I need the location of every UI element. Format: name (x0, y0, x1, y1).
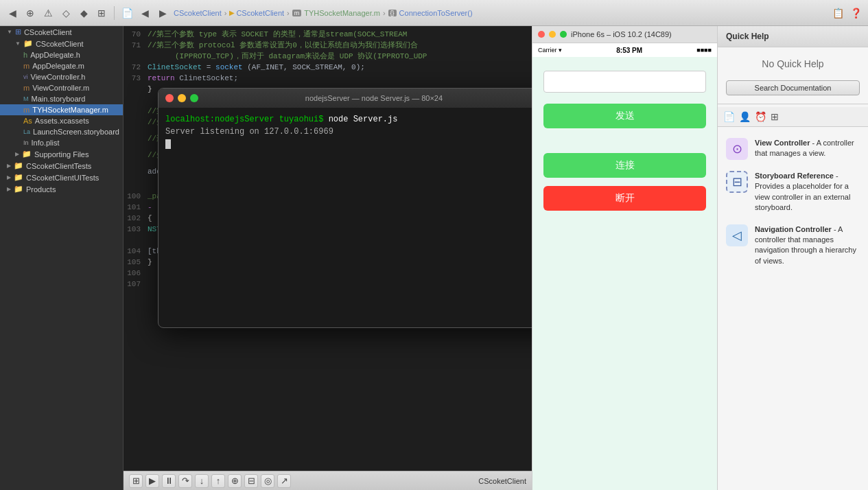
sidebar-item-products[interactable]: ▶ 📁 Products (0, 183, 123, 195)
quick-help-no-help: No Quick Help (718, 47, 868, 80)
code-editor[interactable]: 70 //第三个参数 type 表示 SOCKET 的类型，通常是stream(… (124, 26, 532, 490)
folder-icon: ▶ (229, 9, 235, 16)
sidebar-label-appdelegate-h: AppDelegate.h (30, 51, 80, 59)
sidebar-item-assets[interactable]: As Assets.xcassets (0, 115, 123, 126)
breadcrumb-folder[interactable]: CScoketClient (236, 9, 284, 17)
sim-connect-button[interactable]: 连接 (543, 153, 706, 178)
sidebar-item-main-storyboard[interactable]: M Main.storyboard (0, 93, 123, 104)
step-over-icon[interactable]: ↷ (178, 474, 192, 488)
search-documentation-button[interactable]: Search Documentation (726, 80, 860, 95)
sidebar-item-supporting[interactable]: ▶ 📁 Supporting Files (0, 148, 123, 160)
breakpoint-nav-icon[interactable]: ⊕ (228, 474, 242, 488)
qh-grid-icon[interactable]: ⊞ (771, 111, 779, 122)
qh-person-icon[interactable]: 👤 (739, 111, 751, 122)
step-into-icon[interactable]: ↓ (195, 474, 209, 488)
type-badge-m: m (292, 10, 302, 16)
grid-icon[interactable]: ⊞ (95, 6, 108, 20)
sidebar-item-project[interactable]: ▼ ⊞ CScoketClient (0, 26, 123, 38)
qh-clock-icon[interactable]: ⏰ (755, 111, 766, 122)
code-line-70: 70 //第三个参数 type 表示 SOCKET 的类型，通常是stream(… (124, 29, 532, 40)
editor-mode-icon[interactable]: ⊞ (129, 474, 143, 488)
quick-help-items: ⊙ View Controller - A controller that ma… (718, 127, 868, 490)
sim-max-dot[interactable] (560, 31, 567, 38)
sidebar-item-viewcontroller-h[interactable]: vi ViewController.h (0, 71, 123, 82)
sidebar-label-tests: CScoketClientTests (26, 162, 91, 170)
file-icon-h1: h (23, 51, 27, 59)
nav-forward[interactable]: ▶ (156, 6, 169, 20)
folder-icon-assets: As (23, 117, 32, 125)
location-icon[interactable]: ◎ (261, 474, 274, 488)
sidebar-item-info-plist[interactable]: In Info.plist (0, 137, 123, 148)
sidebar-label-info: Info.plist (32, 139, 60, 147)
sim-carrier: Carrier ▾ (538, 47, 562, 54)
bottom-toolbar: ⊞ ▶ ⏸ ↷ ↓ ↑ ⊕ ⊟ ◎ ↗ CScoketClient (124, 471, 532, 490)
qh-item-navigation-controller: ◁ Navigation Controller - A controller t… (718, 219, 868, 272)
toolbar-right: 📋 ❓ (831, 6, 863, 20)
sidebar-item-appdelegate-m[interactable]: m AppDelegate.m (0, 60, 123, 71)
help-icon[interactable]: ❓ (849, 6, 863, 20)
file-icon-m1: m (23, 62, 30, 70)
sidebar-item-uitests[interactable]: ▶ 📁 CScoketClientUITests (0, 172, 123, 183)
terminal-command: node Server.js (329, 115, 398, 124)
terminal-window[interactable]: nodejsServer — node Server.js — 80×24 ⊡ … (158, 88, 532, 328)
triangle-icon-2: ▼ (15, 40, 21, 47)
sidebar-item-tests[interactable]: ▶ 📁 CScoketClientTests (0, 160, 123, 172)
sidebar-label-products: Products (26, 185, 56, 194)
breakpoint-icon[interactable]: ◆ (77, 6, 91, 20)
breadcrumb-func[interactable]: ConnectionToServer() (399, 9, 473, 17)
file-icon-vi: vi (23, 73, 28, 80)
sidebar-item-appdelegate-h[interactable]: h AppDelegate.h (0, 49, 123, 60)
sidebar-item-folder-main[interactable]: ▼ 📁 CScoketClient (0, 38, 123, 49)
terminal-maximize-button[interactable] (190, 94, 198, 102)
open-quickly[interactable]: ⊕ (23, 6, 37, 20)
terminal-title: nodejsServer — node Server.js — 80×24 (202, 94, 532, 102)
sim-disconnect-button[interactable]: 断开 (543, 186, 706, 211)
sim-text-input[interactable] (543, 71, 706, 93)
terminal-prompt-line: localhost:nodejsServer tuyaohui$ node Se… (165, 113, 532, 126)
sidebar-label-assets: Assets.xcassets (35, 117, 89, 125)
share-icon[interactable]: ↗ (277, 474, 291, 488)
bookmark-icon[interactable]: ◇ (59, 6, 73, 20)
triangle-icon-5: ▶ (7, 174, 11, 180)
sim-close-dot[interactable] (538, 31, 545, 38)
folder-icon-tests: 📁 (14, 161, 23, 170)
terminal-close-button[interactable] (165, 94, 174, 102)
breadcrumb-file[interactable]: TYHSocketManager.m (304, 9, 380, 17)
qh-doc-icon[interactable]: 📄 (723, 111, 735, 122)
terminal-minimize-button[interactable] (178, 94, 186, 102)
quick-help-panel: Quick Help No Quick Help Search Document… (717, 26, 868, 490)
qh-nc-icon: ◁ (726, 224, 748, 246)
sim-send-button[interactable]: 发送 (543, 104, 706, 128)
folder-icon-main: 📁 (23, 39, 33, 48)
sidebar-label-project: CScoketClient (24, 28, 72, 36)
sidebar-label-tyh: TYHSocketManager.m (32, 106, 108, 114)
back-button[interactable]: ◀ (5, 6, 19, 20)
sidebar-item-viewcontroller-m[interactable]: m ViewController.m (0, 82, 123, 93)
split-icon[interactable]: ⊟ (244, 474, 258, 488)
project-icon: ⊞ (15, 27, 21, 36)
sidebar-item-launch-story[interactable]: La LaunchScreen.storyboard (0, 126, 123, 137)
breadcrumb-project[interactable]: CScoketClient (174, 9, 222, 17)
separator-1 (114, 6, 115, 20)
pause-icon[interactable]: ⏸ (162, 474, 176, 488)
type-badge-func: {} (388, 10, 397, 16)
quick-help-header: Quick Help (718, 26, 868, 47)
nav-back[interactable]: ◀ (138, 6, 152, 20)
simulator-header: iPhone 6s – iOS 10.2 (14C89) (532, 26, 717, 43)
doc-icon[interactable]: 📋 (831, 6, 845, 20)
qh-sb-title: Storyboard Reference (755, 172, 834, 180)
file-icon-m3: m (23, 106, 30, 114)
quick-help-divider (718, 104, 868, 104)
sim-app-content: 发送 连接 断开 (532, 57, 717, 490)
sim-min-dot[interactable] (549, 31, 556, 38)
warning-icon[interactable]: ⚠ (41, 6, 55, 20)
code-line-71: 71 //第三个参数 protocol 参数通常设置为0，以便让系统自动为我们选… (124, 40, 532, 51)
terminal-content[interactable]: localhost:nodejsServer tuyaohui$ node Se… (159, 108, 532, 327)
simulator-screen: Carrier ▾ 8:53 PM ■■■■ 发送 连接 断开 (532, 43, 717, 490)
file-icon[interactable]: 📄 (120, 6, 134, 20)
sidebar-label-vc-m: ViewController.m (32, 84, 89, 92)
sidebar-item-tyh-manager[interactable]: m TYHSocketManager.m (0, 104, 123, 115)
step-out-icon[interactable]: ↑ (211, 474, 225, 488)
folder-icon-uitests: 📁 (14, 173, 23, 182)
run-icon[interactable]: ▶ (145, 474, 159, 488)
